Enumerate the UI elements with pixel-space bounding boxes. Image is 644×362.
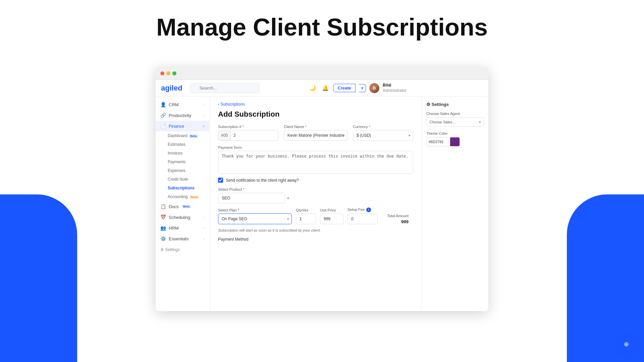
- user-role: Administrator: [383, 88, 407, 94]
- plan-col: Select Plan * On Page SEO: [218, 208, 292, 224]
- notification-checkbox[interactable]: [218, 178, 223, 183]
- sidebar-item-essentials[interactable]: ⚙️ Essentials ›: [156, 233, 210, 244]
- plan-select[interactable]: On Page SEO: [218, 214, 292, 224]
- user-info: Bilal Administrator: [383, 83, 407, 93]
- currency-select[interactable]: $ (USD): [353, 130, 413, 141]
- scheduling-icon: 📅: [160, 215, 166, 220]
- browser-navbar: agiled 🔍 🌙 🔔 Create ▾ B Bilal Administra…: [156, 80, 488, 97]
- currency-select-wrap: $ (USD): [353, 130, 413, 141]
- docs-icon: 📋: [160, 204, 166, 209]
- sidebar-label-crm: CRM: [169, 102, 179, 107]
- breadcrumb[interactable]: Subscriptions: [218, 102, 413, 107]
- badge-beta-dashboard: Beta: [189, 134, 199, 138]
- sidebar-label-docs: Docs: [169, 204, 179, 209]
- sales-agent-select-wrap: Choose Sales ...: [426, 117, 484, 127]
- sidebar-item-hrm[interactable]: 👥 HRM ›: [156, 223, 210, 233]
- avatar: B: [369, 83, 379, 93]
- settings-label: ⚙ Settings: [160, 247, 180, 252]
- color-input-wrap: [426, 137, 460, 146]
- dot-red: [160, 71, 164, 75]
- form-title: Add Subscription: [218, 110, 413, 119]
- subscription-num-input[interactable]: [231, 133, 254, 138]
- sidebar-subitem-credit-note[interactable]: Credit Note: [156, 175, 210, 184]
- user-name: Bilal: [383, 83, 407, 88]
- badge-soon-accounting: Soon: [189, 195, 200, 199]
- theme-color-input[interactable]: [427, 140, 450, 144]
- color-swatch[interactable]: [450, 137, 460, 146]
- form-group-client-name: Client Name * Kevin Malone (Premier Indu…: [284, 125, 347, 141]
- sidebar-item-productivity[interactable]: 🔗 Productivity ›: [156, 110, 210, 121]
- settings-panel: ⚙ Settings Choose Sales Agent Choose Sal…: [421, 97, 488, 311]
- create-caret-button[interactable]: ▾: [359, 84, 366, 92]
- theme-color-row: [426, 137, 484, 146]
- num-prefix: #00: [218, 130, 231, 140]
- sidebar-subitem-invoices[interactable]: Invoices: [156, 149, 210, 158]
- total-amount-col: Total Amount 999: [382, 214, 409, 224]
- subscription-note: Subscription will start as soon as it is…: [218, 228, 413, 232]
- sidebar-settings[interactable]: ⚙ Settings: [156, 244, 210, 255]
- sidebar-subitem-subscriptions[interactable]: Subscriptions: [156, 184, 210, 192]
- sidebar-subitem-payments[interactable]: Payments: [156, 158, 210, 166]
- nav-right: 🌙 🔔 Create ▾ B Bilal Administrator: [308, 83, 407, 93]
- client-name-label: Client Name *: [284, 125, 347, 129]
- sidebar-item-scheduling[interactable]: 📅 Scheduling ›: [156, 212, 210, 223]
- browser-window: agiled 🔍 🌙 🔔 Create ▾ B Bilal Administra…: [156, 67, 488, 311]
- browser-body: 👤 CRM › 🔗 Productivity › 📄 Finance ∨: [156, 97, 488, 311]
- badge-beta-docs: Beta: [181, 204, 192, 208]
- payment-term-textarea[interactable]: Thank you for your business. Please proc…: [218, 151, 413, 174]
- notifications-btn[interactable]: 🔔: [321, 83, 330, 93]
- setup-fee-input[interactable]: [347, 214, 378, 224]
- product-select[interactable]: SEO: [218, 193, 285, 203]
- sidebar-subitem-accounting[interactable]: Accounting Soon: [156, 192, 210, 201]
- theme-color-label: Theme Color: [426, 131, 484, 135]
- sidebar-item-crm[interactable]: 👤 CRM ›: [156, 99, 210, 110]
- subscription-num-field: #00: [218, 130, 278, 141]
- essentials-icon: ⚙️: [160, 236, 166, 241]
- sidebar-subitem-estimates[interactable]: Estimates: [156, 140, 210, 149]
- unit-price-input[interactable]: [320, 214, 343, 224]
- form-group-subscription-num: Subscription # * #00: [218, 125, 278, 141]
- select-product-label: Select Product *: [218, 187, 413, 191]
- app-logo: agiled: [161, 84, 182, 93]
- notification-label[interactable]: Send notification to the client right aw…: [226, 178, 299, 183]
- currency-label: Currency *: [353, 125, 413, 129]
- payment-term-label: Payment Term: [218, 145, 413, 149]
- float-action-button[interactable]: ⊕: [619, 337, 634, 352]
- sidebar-subitem-dashboard[interactable]: Dashboard Beta: [156, 131, 210, 140]
- finance-icon: 📄: [160, 123, 166, 129]
- create-button[interactable]: Create: [333, 84, 356, 92]
- crm-icon: 👤: [160, 102, 166, 107]
- sidebar-subitem-expenses[interactable]: Expenses: [156, 166, 210, 175]
- page-heading: Manage Client Subscriptions: [0, 0, 644, 51]
- form-group-payment-term: Payment Term Thank you for your business…: [218, 145, 413, 174]
- dark-mode-toggle[interactable]: 🌙: [308, 83, 317, 93]
- payment-method-label: Payment Method: [218, 237, 413, 242]
- sales-agent-select[interactable]: Choose Sales ...: [426, 117, 484, 127]
- qty-input[interactable]: [296, 214, 316, 224]
- sidebar-label-hrm: HRM: [169, 226, 179, 231]
- dot-yellow: [166, 71, 170, 75]
- bg-right-shape: [567, 194, 644, 362]
- sidebar-label-productivity: Productivity: [169, 113, 191, 118]
- sidebar-item-finance[interactable]: 📄 Finance ∨: [156, 121, 210, 131]
- client-name-select[interactable]: Kevin Malone (Premier Industries): [284, 130, 347, 141]
- hrm-icon: 👥: [160, 225, 166, 231]
- sidebar-label-scheduling: Scheduling: [169, 215, 190, 220]
- unit-price-col: Unit Price: [320, 208, 343, 224]
- form-group-product: Select Product * SEO: [218, 187, 413, 203]
- sidebar: 👤 CRM › 🔗 Productivity › 📄 Finance ∨: [156, 97, 210, 311]
- dot-green: [172, 71, 176, 75]
- browser-titlebar: [156, 67, 488, 80]
- browser-dots: [160, 71, 176, 75]
- sidebar-label-essentials: Essentials: [169, 236, 189, 241]
- main-content: Subscriptions Add Subscription Subscript…: [210, 97, 421, 311]
- setup-fee-info-icon[interactable]: i: [366, 207, 371, 212]
- form-group-currency: Currency * $ (USD): [353, 125, 413, 141]
- product-select-wrap: SEO: [218, 193, 292, 203]
- client-name-select-wrap: Kevin Malone (Premier Industries): [284, 130, 347, 141]
- sidebar-label-finance: Finance: [169, 124, 184, 129]
- search-wrap: 🔍: [190, 83, 304, 93]
- search-input[interactable]: [190, 83, 260, 93]
- bg-left-shape: [0, 194, 77, 362]
- sidebar-item-docs[interactable]: 📋 Docs Beta: [156, 201, 210, 212]
